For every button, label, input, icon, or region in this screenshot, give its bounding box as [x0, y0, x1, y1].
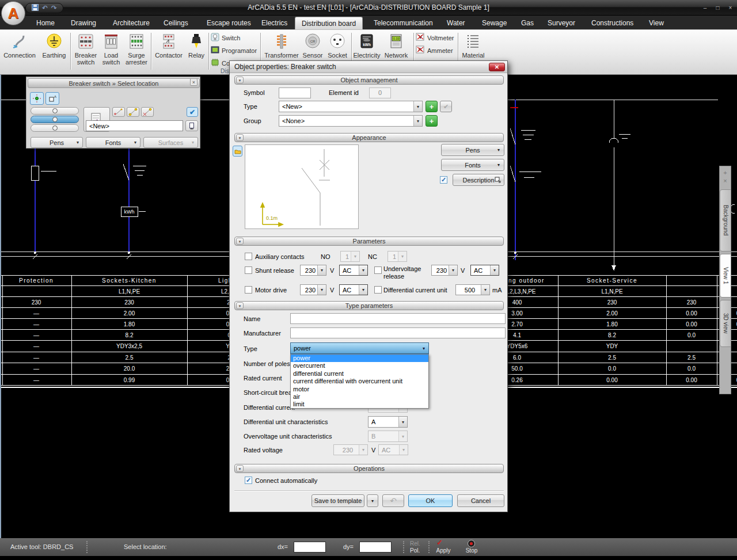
add-group-button[interactable]: + — [426, 115, 438, 127]
undervoltage-voltage-combo[interactable]: 230▾ — [431, 265, 458, 276]
type-option[interactable]: limit — [291, 401, 428, 408]
ribbon-button-contactor[interactable]: Contactor — [153, 32, 185, 59]
measure-button[interactable] — [127, 107, 139, 117]
tab-water[interactable]: Water — [440, 17, 472, 29]
auxiliary-contacts-checkbox[interactable] — [245, 253, 252, 260]
tab-distribution-board[interactable]: Distribution board — [295, 17, 363, 29]
dy-input[interactable] — [359, 542, 392, 553]
diff-char-combo[interactable]: A▾ — [368, 416, 408, 428]
ribbon-button-co[interactable]: Co — [211, 59, 230, 68]
description-button[interactable]: Description — [453, 174, 504, 186]
ribbon-button-socket[interactable]: Socket — [325, 32, 350, 59]
ribbon-button-network[interactable]: 0.33 Network — [381, 32, 411, 59]
remove-reference-button[interactable] — [141, 107, 154, 117]
tab-telecommunication[interactable]: Telecommunication — [367, 17, 439, 29]
type-option[interactable]: air — [291, 393, 428, 401]
description-checkbox[interactable]: ✓ — [440, 176, 447, 184]
overvoltage-char-combo[interactable]: B▾ — [368, 431, 408, 442]
close-icon[interactable]: × — [190, 78, 197, 86]
collapse-chevron-icon[interactable]: ▾ — [236, 238, 244, 245]
collapse-chevron-icon[interactable]: ▾ — [236, 77, 244, 83]
rel-toggle[interactable]: Rel. — [410, 540, 420, 547]
close-button[interactable]: × — [725, 5, 735, 12]
motor-ac-combo[interactable]: AC▾ — [339, 284, 368, 295]
tab-constructions[interactable]: Constructions — [585, 17, 640, 29]
pens-dropdown[interactable]: Pens▾ — [441, 144, 504, 156]
spin-icon[interactable]: ▾ — [413, 101, 422, 112]
dx-input[interactable] — [294, 542, 326, 553]
pen-style-option-3[interactable] — [31, 124, 79, 132]
tab-view[interactable]: View — [643, 17, 670, 29]
type-option[interactable]: overcurrent — [291, 362, 428, 369]
tab-3d-view[interactable]: 3D view — [720, 300, 731, 347]
no-combo[interactable]: 1▾ — [340, 251, 360, 262]
minimize-button[interactable]: – — [700, 5, 710, 12]
pol-toggle[interactable]: Pol. — [410, 547, 420, 554]
toolbar-title[interactable]: Breaker switch » Select location — [28, 78, 200, 88]
reference-point-button[interactable]: A — [45, 92, 59, 105]
tab-architecture[interactable]: Architecture — [107, 17, 156, 29]
apply-type-button[interactable]: ✔ — [440, 101, 452, 112]
tab-electrics[interactable]: Electrics — [255, 17, 294, 29]
type-combo[interactable]: <New> ▾ — [279, 101, 423, 112]
ribbon-button-electricity[interactable]: kWh Electricity — [353, 32, 381, 59]
shunt-ac-combo[interactable]: AC▾ — [339, 265, 368, 276]
type-option[interactable]: current differential with overcurrent un… — [291, 378, 428, 385]
ribbon-button-ammeter[interactable]: A Ammeter — [416, 46, 453, 55]
pen-style-option-2[interactable] — [31, 116, 79, 123]
tab-background[interactable]: Background — [720, 189, 731, 252]
stop-button[interactable]: Stop — [464, 547, 479, 554]
insertion-point-button[interactable] — [30, 92, 44, 105]
type-option[interactable]: power — [291, 355, 428, 362]
symbol-input[interactable] — [279, 87, 311, 98]
differential-current-checkbox[interactable] — [374, 286, 382, 294]
ribbon-button-load-switch[interactable]: Load switch — [100, 32, 122, 66]
ribbon-button-voltmeter[interactable]: V Voltmeter — [416, 33, 454, 43]
motor-voltage-combo[interactable]: 230▾ — [300, 284, 326, 295]
tab-sewage[interactable]: Sewage — [476, 17, 513, 29]
manufacturer-input[interactable] — [290, 327, 506, 338]
pin-icon[interactable]: + — [720, 169, 731, 177]
pen-style-option-1[interactable] — [31, 107, 79, 115]
open-symbol-button[interactable] — [233, 146, 242, 157]
cancel-button[interactable]: Cancel — [457, 494, 504, 507]
ribbon-button-programator[interactable]: Programator — [211, 46, 257, 55]
ribbon-button-material[interactable]: Material — [459, 32, 487, 59]
group-combo[interactable]: <None> ▾ — [279, 115, 423, 127]
type-option[interactable]: differential current — [291, 370, 428, 378]
type-param-combo[interactable]: power ▾ — [290, 342, 429, 354]
restore-button[interactable]: □ — [713, 5, 723, 12]
shunt-release-checkbox[interactable] — [245, 266, 252, 274]
confirm-button[interactable]: ✔ — [187, 107, 198, 117]
shunt-voltage-combo[interactable]: 230▾ — [300, 265, 326, 276]
tab-gas[interactable]: Gas — [515, 17, 540, 29]
ribbon-button-breaker-switch[interactable]: Breaker switch — [73, 32, 99, 66]
undervoltage-ac-combo[interactable]: AC▾ — [470, 265, 499, 276]
add-reference-button[interactable] — [112, 107, 125, 117]
fonts-dropdown[interactable]: Fonts▾ — [86, 137, 140, 148]
tab-surveyor[interactable]: Surveyor — [541, 17, 582, 29]
ribbon-button-transformer[interactable]: Transformer — [263, 32, 301, 59]
template-combo[interactable]: <New> — [86, 120, 183, 131]
tab-ceilings[interactable]: Ceilings — [157, 17, 195, 29]
ribbon-button-relay[interactable]: Relay — [185, 32, 207, 59]
tab-escape-routes[interactable]: Escape routes — [200, 17, 257, 29]
undo-button[interactable]: ↶ — [382, 494, 404, 507]
ribbon-button-connection[interactable]: Connection — [2, 32, 37, 59]
dialog-title-bar[interactable]: Object properties: Breaker switch — [230, 61, 507, 73]
apply-check-icon[interactable]: ✓ — [436, 539, 443, 546]
close-icon[interactable]: ✕ — [489, 63, 505, 71]
spin-icon[interactable]: ▾ — [413, 116, 422, 126]
save-to-template-button[interactable]: Save to template — [311, 494, 364, 507]
name-input[interactable] — [290, 313, 506, 324]
rated-voltage-combo[interactable]: 230▾ — [333, 444, 368, 455]
collapse-chevron-icon[interactable]: ▾ — [236, 465, 244, 472]
apply-button[interactable]: Apply — [432, 547, 455, 554]
tab-home[interactable]: Home — [30, 17, 61, 29]
tab-view-1[interactable]: View 1 — [720, 254, 731, 298]
template-list-button[interactable] — [185, 120, 198, 131]
add-type-button[interactable]: + — [426, 101, 438, 112]
tab-drawing[interactable]: Drawing — [64, 17, 102, 29]
ribbon-button-switch[interactable]: Switch — [211, 33, 240, 43]
collapse-chevron-icon[interactable]: ▾ — [236, 134, 244, 141]
